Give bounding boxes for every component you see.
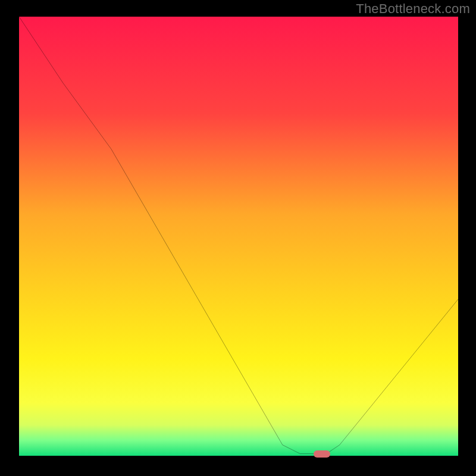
chart-frame: TheBottleneck.com [0,0,476,476]
bottleneck-marker [314,450,330,458]
bottleneck-curve [19,17,458,458]
plot-area [19,17,458,458]
watermark-text: TheBottleneck.com [356,1,470,17]
